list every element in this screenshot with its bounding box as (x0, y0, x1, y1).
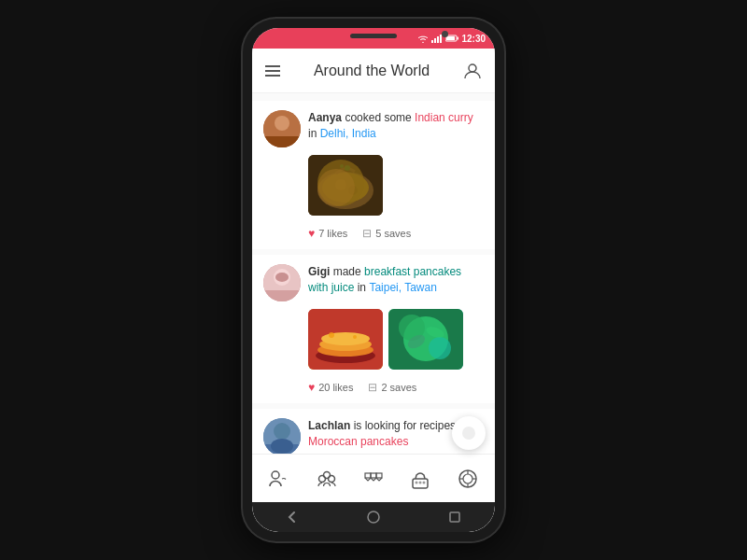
pancake-image (308, 309, 383, 370)
nav-community-icon (314, 466, 340, 492)
fab-icon (461, 426, 476, 441)
nav-chat-icon (455, 466, 481, 492)
recipe-aanya: Indian curry (415, 111, 473, 124)
nav-basket-icon (407, 466, 433, 492)
likes-count-gigi: 20 likes (318, 382, 353, 393)
android-nav (252, 502, 495, 532)
avatar-gigi-img (263, 264, 301, 301)
svg-rect-45 (371, 473, 376, 478)
saves-count-aanya: 5 saves (375, 228, 411, 239)
svg-point-26 (321, 332, 370, 345)
svg-rect-21 (263, 290, 301, 301)
food-image-pancake[interactable] (308, 309, 383, 370)
preposition-aanya: in (308, 127, 320, 140)
svg-point-17 (340, 164, 344, 168)
feed-item-aanya: Aanya cooked some Indian curry in Delhi,… (252, 101, 495, 249)
svg-point-12 (317, 172, 374, 209)
svg-point-16 (345, 165, 350, 171)
action-aanya: cooked some (345, 111, 415, 124)
likes-stat-aanya: ♥ 7 likes (308, 227, 347, 240)
svg-rect-2 (437, 36, 439, 43)
home-icon (366, 510, 381, 525)
svg-rect-6 (446, 36, 455, 40)
status-bar: 12:30 (252, 28, 495, 49)
feed-item-gigi: Gigi made breakfast pancakes with juice … (252, 255, 495, 403)
svg-point-15 (348, 186, 358, 195)
food-images-aanya (308, 155, 484, 216)
saves-stat-gigi: ⊟ 2 saves (368, 381, 416, 394)
svg-point-28 (353, 335, 357, 339)
saves-count-gigi: 2 saves (381, 382, 416, 393)
nav-item-basket[interactable] (398, 466, 443, 492)
svg-point-43 (328, 475, 334, 482)
profile-icon (463, 62, 482, 80)
feed-item-header-1: Aanya cooked some Indian curry in Delhi,… (263, 110, 484, 147)
hamburger-line-2 (265, 70, 280, 72)
nav-item-flags[interactable] (351, 466, 396, 492)
svg-point-36 (274, 423, 290, 440)
likes-stat-gigi: ♥ 20 likes (308, 381, 353, 394)
svg-rect-58 (450, 512, 459, 522)
likes-count-aanya: 7 likes (318, 228, 347, 239)
hamburger-line-3 (265, 75, 280, 77)
stats-row-aanya: ♥ 7 likes ⊟ 5 saves (308, 223, 484, 240)
fab-button[interactable] (452, 416, 486, 450)
svg-rect-5 (458, 37, 459, 40)
profile-button[interactable] (463, 62, 482, 80)
heart-icon-gigi: ♥ (308, 381, 315, 394)
feed: Aanya cooked some Indian curry in Delhi,… (252, 93, 495, 454)
svg-point-49 (419, 481, 422, 483)
chat-icon (455, 466, 481, 492)
nav-flags-icon (360, 466, 387, 492)
nav-people-icon (266, 466, 292, 492)
android-back-button[interactable] (279, 504, 305, 530)
phone-camera (442, 31, 448, 37)
svg-rect-11 (308, 155, 383, 216)
avatar-aanya (263, 110, 301, 147)
food-images-gigi (308, 309, 484, 370)
svg-point-50 (423, 481, 426, 483)
svg-point-9 (275, 116, 289, 131)
nav-item-community[interactable] (304, 466, 349, 492)
avatar-lachlan-img (263, 418, 301, 454)
bookmark-icon-aanya: ⊟ (362, 227, 372, 240)
svg-point-39 (462, 427, 475, 440)
svg-point-32 (429, 337, 451, 359)
wifi-icon (417, 35, 429, 43)
feed-text-gigi: Gigi made breakfast pancakes with juice … (308, 264, 484, 296)
status-time: 12:30 (461, 34, 486, 44)
svg-point-40 (272, 471, 279, 479)
svg-rect-46 (376, 473, 382, 478)
svg-point-57 (368, 511, 379, 523)
phone-screen: 12:30 Around the World (252, 28, 495, 532)
page-title: Around the World (314, 63, 430, 79)
bottom-nav (252, 454, 495, 502)
bookmark-icon-gigi: ⊟ (368, 381, 377, 394)
svg-rect-0 (431, 40, 433, 43)
android-recent-button[interactable] (442, 504, 468, 530)
avatar-gigi (263, 264, 301, 301)
heart-icon-aanya: ♥ (308, 227, 315, 240)
feed-item-header-3: Lachlan is looking for recipes for Moroc… (263, 418, 484, 454)
svg-point-52 (463, 474, 472, 483)
nav-item-chat[interactable] (445, 466, 490, 492)
svg-rect-10 (263, 136, 301, 147)
android-home-button[interactable] (360, 504, 387, 530)
avatar-aanya-img (263, 110, 301, 147)
svg-point-20 (275, 273, 289, 282)
green-drink-image (388, 309, 463, 370)
svg-rect-44 (365, 473, 371, 478)
food-image-curry[interactable] (308, 155, 383, 216)
community-icon (314, 466, 340, 492)
food-image-green-drink[interactable] (388, 309, 463, 370)
nav-item-people[interactable] (257, 466, 302, 492)
recipe-lachlan: Moroccan pancakes (308, 435, 408, 448)
menu-button[interactable] (265, 65, 280, 77)
phone-speaker (350, 34, 397, 38)
people-icon (266, 466, 292, 492)
hamburger-line-1 (265, 65, 280, 67)
svg-point-48 (416, 481, 418, 483)
back-icon (285, 510, 300, 525)
feed-text-aanya: Aanya cooked some Indian curry in Delhi,… (308, 110, 484, 142)
status-icons: 12:30 (417, 34, 486, 44)
